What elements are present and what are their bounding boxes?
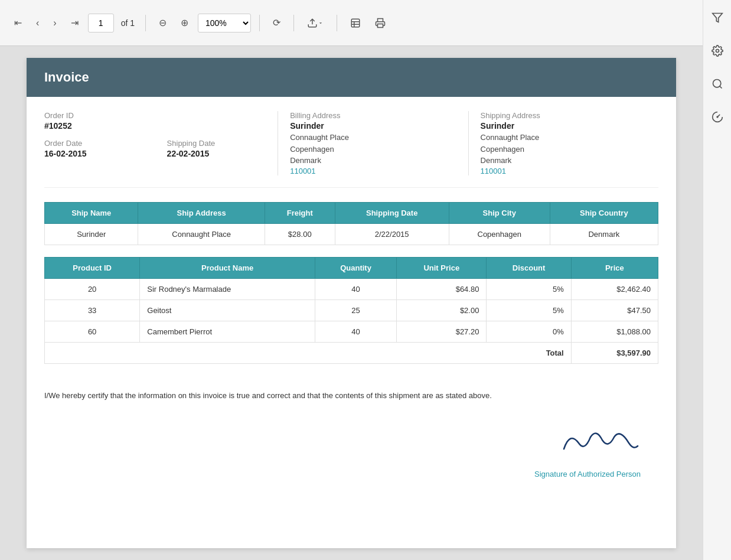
zoom-select[interactable]: 50% 75% 100% 125% 150% 200% [198, 14, 251, 32]
billing-address-column: Billing Address Surinder Connaught Place… [278, 111, 468, 175]
gear-icon[interactable] [709, 43, 726, 59]
col-quantity: Quantity [315, 257, 396, 278]
shipping-date-value: 22-02-2015 [167, 149, 266, 158]
svg-rect-1 [351, 19, 360, 27]
col-product-name: Product Name [140, 257, 315, 278]
print-button[interactable] [370, 14, 390, 32]
disc-3: 0% [487, 321, 571, 342]
shipping-date-group: Shipping Date 22-02-2015 [167, 139, 266, 167]
billing-city: Copenhagen [290, 144, 468, 155]
view-button[interactable] [345, 14, 366, 32]
product-table: Product ID Product Name Quantity Unit Pr… [44, 257, 658, 364]
speedometer-icon[interactable] [709, 109, 726, 125]
total-label: Total [45, 342, 572, 363]
product-table-header-row: Product ID Product Name Quantity Unit Pr… [45, 257, 658, 278]
col-shipping-date: Shipping Date [335, 202, 449, 223]
filter-icon[interactable] [709, 9, 726, 26]
svg-point-7 [716, 50, 719, 53]
col-ship-country: Ship Country [550, 202, 658, 223]
svg-line-9 [719, 86, 722, 89]
order-id-value: #10252 [44, 121, 266, 131]
page-of-label: of 1 [121, 18, 135, 28]
zoom-out-button[interactable]: ⊖ [154, 14, 171, 32]
separator-4 [337, 15, 337, 31]
ship-country-cell: Denmark [550, 223, 658, 245]
pname-1: Sir Rodney's Marmalade [140, 278, 315, 299]
pid-2: 33 [45, 299, 140, 321]
shipping-address-label: Shipping Address [481, 111, 658, 120]
billing-address-label: Billing Address [290, 111, 468, 120]
ship-city-cell: Copenhagen [449, 223, 550, 245]
qty-1: 40 [315, 278, 396, 299]
col-ship-address: Ship Address [138, 202, 265, 223]
shipping-city: Copenhagen [481, 144, 658, 155]
billing-zip: 110001 [290, 167, 468, 175]
shipping-date-label: Shipping Date [167, 139, 266, 148]
order-info-section: Order ID #10252 Order Date 16-02-2015 Sh… [44, 111, 658, 188]
sidebar-right [703, 0, 731, 560]
invoice-paper: Invoice Order ID #10252 Order Date 16-02… [27, 58, 676, 548]
export-button[interactable] [302, 14, 328, 32]
billing-name: Surinder [290, 121, 468, 131]
order-column: Order ID #10252 Order Date 16-02-2015 Sh… [44, 111, 278, 175]
uprice-3: $27.20 [397, 321, 487, 342]
last-page-button[interactable]: ⇥ [66, 14, 83, 32]
certification-text: I/We hereby certify that the information… [44, 390, 658, 402]
first-page-button[interactable]: ⇤ [9, 14, 27, 32]
signature-area: Signature of Authorized Person [44, 425, 658, 478]
svg-point-8 [713, 80, 720, 87]
uprice-1: $64.80 [397, 278, 487, 299]
total-row: Total $3,597.90 [45, 342, 658, 363]
separator-3 [293, 15, 294, 31]
ship-table-header-row: Ship Name Ship Address Freight Shipping … [45, 202, 658, 223]
pid-1: 20 [45, 278, 140, 299]
pid-3: 60 [45, 321, 140, 342]
refresh-button[interactable]: ⟳ [268, 14, 285, 32]
billing-street: Connaught Place [290, 132, 468, 144]
toolbar: ⇤ ‹ › ⇥ of 1 ⊖ ⊕ 50% 75% 100% 125% 150% … [0, 0, 703, 46]
col-product-id: Product ID [45, 257, 140, 278]
price-2: $47.50 [571, 299, 658, 321]
total-value: $3,597.90 [571, 342, 658, 363]
disc-1: 5% [487, 278, 571, 299]
next-page-button[interactable]: › [48, 14, 61, 32]
svg-rect-5 [378, 24, 383, 27]
col-freight: Freight [265, 202, 335, 223]
price-3: $1,088.00 [571, 321, 658, 342]
order-date-value: 16-02-2015 [44, 149, 143, 158]
invoice-body: Order ID #10252 Order Date 16-02-2015 Sh… [27, 97, 676, 390]
signature-label: Signature of Authorized Person [534, 470, 641, 478]
product-row-2: 33 Geitost 25 $2.00 5% $47.50 [45, 299, 658, 321]
col-price: Price [571, 257, 658, 278]
shipping-name: Surinder [481, 121, 658, 131]
qty-2: 25 [315, 299, 396, 321]
dates-row: Order Date 16-02-2015 Shipping Date 22-0… [44, 139, 266, 167]
uprice-2: $2.00 [397, 299, 487, 321]
col-unit-price: Unit Price [397, 257, 487, 278]
ship-address-cell: Connaught Place [138, 223, 265, 245]
ship-date-cell: 2/22/2015 [335, 223, 449, 245]
search-icon[interactable] [709, 76, 726, 92]
col-ship-city: Ship City [449, 202, 550, 223]
billing-country: Denmark [290, 155, 468, 167]
freight-cell: $28.00 [265, 223, 335, 245]
zoom-in-button[interactable]: ⊕ [176, 14, 193, 32]
shipping-address-column: Shipping Address Surinder Connaught Plac… [468, 111, 658, 175]
invoice-title: Invoice [44, 70, 658, 85]
col-discount: Discount [487, 257, 571, 278]
order-date-group: Order Date 16-02-2015 [44, 139, 143, 167]
col-ship-name: Ship Name [45, 202, 138, 223]
ship-table-row: Surinder Connaught Place $28.00 2/22/201… [45, 223, 658, 245]
invoice-footer: I/We hereby certify that the information… [27, 390, 676, 497]
shipping-street: Connaught Place [481, 132, 658, 144]
pname-2: Geitost [140, 299, 315, 321]
disc-2: 5% [487, 299, 571, 321]
qty-3: 40 [315, 321, 396, 342]
product-row-1: 20 Sir Rodney's Marmalade 40 $64.80 5% $… [45, 278, 658, 299]
order-date-label: Order Date [44, 139, 143, 148]
signature-image [558, 425, 641, 467]
page-number-input[interactable] [88, 14, 114, 32]
prev-page-button[interactable]: ‹ [31, 14, 44, 32]
order-id-label: Order ID [44, 111, 266, 120]
invoice-header: Invoice [27, 58, 676, 97]
